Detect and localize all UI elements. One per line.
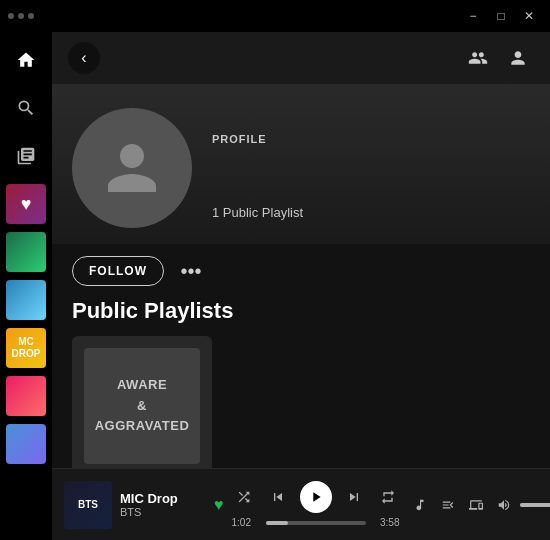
dot-3 bbox=[28, 13, 34, 19]
user-button[interactable] bbox=[502, 42, 534, 74]
progress-bar-container: 1:02 3:58 bbox=[232, 517, 400, 528]
sidebar-playlist-liked[interactable]: ♥ bbox=[6, 184, 46, 224]
follow-button[interactable]: FOLLOW bbox=[72, 256, 164, 286]
now-playing-info: MIC Drop BTS bbox=[120, 491, 200, 518]
shuffle-button[interactable] bbox=[232, 485, 256, 509]
back-button[interactable]: ‹ bbox=[68, 42, 100, 74]
sidebar-library-icon[interactable] bbox=[6, 136, 46, 176]
sidebar-home-icon[interactable] bbox=[6, 40, 46, 80]
profile-avatar bbox=[72, 108, 192, 228]
top-nav: ‹ bbox=[52, 32, 550, 84]
bottom-player: BTS MIC Drop BTS ♥ bbox=[52, 468, 550, 540]
profile-label: Profile bbox=[212, 133, 530, 145]
title-bar-dots bbox=[8, 13, 34, 19]
dot-2 bbox=[18, 13, 24, 19]
playlist-card[interactable]: AWARE & AGGRAVATED bbox=[72, 336, 212, 468]
volume-button[interactable] bbox=[492, 493, 516, 517]
repeat-button[interactable] bbox=[376, 485, 400, 509]
minimize-button[interactable]: − bbox=[460, 6, 486, 26]
main-layout: ♥ MCDROP ‹ bbox=[0, 32, 550, 540]
window-controls: − □ ✕ bbox=[460, 6, 542, 26]
current-time: 1:02 bbox=[232, 517, 260, 528]
profile-stats: 1 Public Playlist bbox=[212, 205, 530, 220]
maximize-button[interactable]: □ bbox=[488, 6, 514, 26]
playlist-cover-text: AWARE & AGGRAVATED bbox=[91, 371, 194, 441]
top-nav-right bbox=[462, 42, 534, 74]
play-button[interactable] bbox=[300, 481, 332, 513]
playlists-grid: AWARE & AGGRAVATED bbox=[52, 336, 550, 468]
close-button[interactable]: ✕ bbox=[516, 6, 542, 26]
actions-bar: FOLLOW ••• bbox=[52, 244, 550, 298]
player-right bbox=[408, 493, 551, 517]
next-button[interactable] bbox=[342, 485, 366, 509]
content-area: ‹ bbox=[52, 32, 550, 540]
sidebar-playlist-5[interactable] bbox=[6, 376, 46, 416]
track-title: MIC Drop bbox=[120, 491, 200, 506]
sidebar-playlist-3[interactable] bbox=[6, 280, 46, 320]
sidebar: ♥ MCDROP bbox=[0, 32, 52, 540]
total-time: 3:58 bbox=[372, 517, 400, 528]
volume-fill bbox=[520, 503, 551, 507]
section-title: Public Playlists bbox=[52, 298, 550, 336]
progress-fill bbox=[266, 521, 288, 525]
volume-slider[interactable] bbox=[520, 503, 551, 507]
queue-button[interactable] bbox=[436, 493, 460, 517]
sidebar-playlist-6[interactable] bbox=[6, 424, 46, 464]
sidebar-search-icon[interactable] bbox=[6, 88, 46, 128]
progress-track[interactable] bbox=[266, 521, 366, 525]
top-nav-left: ‹ bbox=[68, 42, 100, 74]
lyrics-button[interactable] bbox=[408, 493, 432, 517]
dot-1 bbox=[8, 13, 14, 19]
profile-section: Profile 1 Public Playlist bbox=[52, 84, 550, 244]
devices-button[interactable] bbox=[464, 493, 488, 517]
more-button[interactable]: ••• bbox=[176, 256, 206, 286]
friends-button[interactable] bbox=[462, 42, 494, 74]
profile-info: Profile 1 Public Playlist bbox=[212, 133, 530, 228]
heart-icon[interactable]: ♥ bbox=[214, 496, 224, 514]
prev-button[interactable] bbox=[266, 485, 290, 509]
player-center: 1:02 3:58 bbox=[232, 481, 400, 528]
title-bar: − □ ✕ bbox=[0, 0, 550, 32]
track-artist: BTS bbox=[120, 506, 200, 518]
now-playing-thumb: BTS bbox=[64, 481, 112, 529]
player-controls bbox=[232, 481, 400, 513]
playlist-cover: AWARE & AGGRAVATED bbox=[84, 348, 200, 464]
sidebar-playlist-4[interactable]: MCDROP bbox=[6, 328, 46, 368]
sidebar-playlist-2[interactable] bbox=[6, 232, 46, 272]
